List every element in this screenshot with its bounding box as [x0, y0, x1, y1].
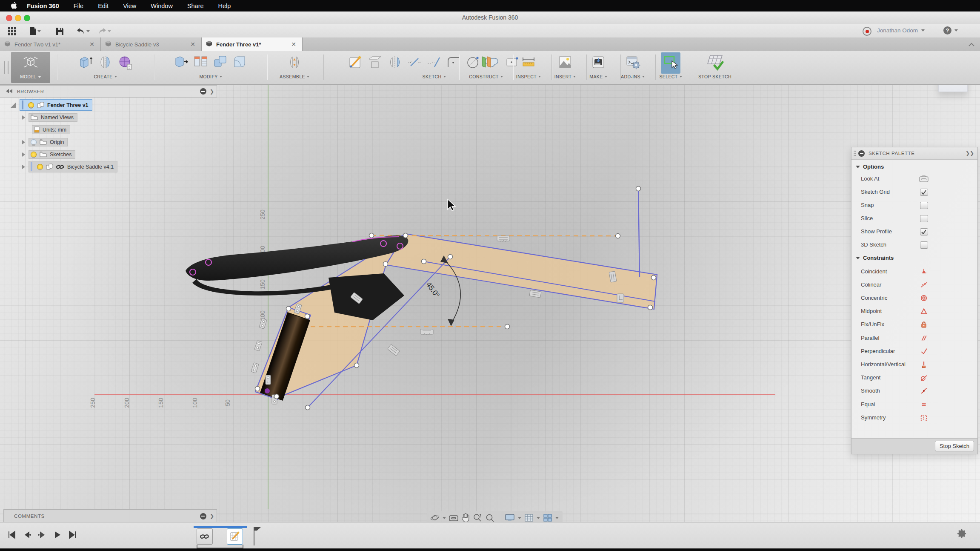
expand-arrow-icon[interactable]	[22, 140, 25, 144]
tab-fender-three[interactable]: Fender Three v1* ✕	[202, 37, 303, 51]
new-document-icon[interactable]	[28, 26, 38, 36]
visibility-bulb-icon[interactable]	[28, 102, 34, 108]
undo-caret[interactable]	[86, 30, 90, 32]
group-label-inspect[interactable]: INSPECT	[516, 74, 537, 79]
timeline-go-to-start-button[interactable]	[7, 530, 16, 541]
orbit-caret[interactable]	[443, 517, 446, 519]
browser-node-chip[interactable]: Named Views	[29, 113, 77, 122]
extrude-icon[interactable]	[77, 53, 95, 73]
menu-window[interactable]: Window	[151, 3, 173, 9]
look-at-button[interactable]	[919, 175, 929, 183]
redo-icon[interactable]	[97, 26, 107, 36]
zoom-fit-icon[interactable]	[485, 513, 494, 522]
addins-icon[interactable]	[624, 53, 642, 73]
timeline-item-linked-component[interactable]	[197, 528, 213, 545]
look-at-icon[interactable]	[449, 514, 458, 521]
panel-collapse-chevron[interactable]: ❯❯	[966, 150, 974, 156]
concentric-icon[interactable]	[919, 294, 929, 302]
browser-node-chip[interactable]: Origin	[29, 138, 68, 146]
snap-checkbox[interactable]	[920, 202, 928, 209]
project-icon[interactable]	[366, 53, 384, 73]
undo-icon[interactable]	[76, 26, 86, 36]
comments-bar[interactable]: COMMENTS ❯	[3, 509, 217, 523]
tab-close-icon[interactable]: ✕	[289, 41, 298, 48]
inspect-caret[interactable]	[538, 76, 541, 77]
expand-arrow-icon[interactable]	[22, 165, 25, 169]
browser-row-sketches[interactable]: Sketches	[22, 149, 75, 160]
group-label-sketch[interactable]: SKETCH	[423, 74, 442, 79]
fillet-icon[interactable]	[231, 53, 249, 73]
insert-image-icon[interactable]	[556, 53, 574, 73]
line-icon[interactable]	[406, 53, 423, 73]
revolve-icon[interactable]	[97, 53, 114, 73]
group-label-modify[interactable]: MODIFY	[199, 74, 217, 79]
browser-row-units[interactable]: Units: mm	[32, 124, 70, 135]
group-label-create[interactable]: CREATE	[94, 74, 112, 79]
panel-options-icon[interactable]	[200, 88, 206, 95]
group-label-insert[interactable]: INSERT	[554, 74, 572, 79]
browser-node-label[interactable]: Origin	[50, 139, 64, 145]
tangent-icon[interactable]	[919, 373, 929, 382]
toolbar-collapse-chevron[interactable]	[968, 41, 975, 49]
collapse-panel-icon[interactable]	[6, 89, 13, 95]
help-menu[interactable]: ?	[943, 26, 958, 34]
browser-node-label[interactable]: Fender Three v1	[47, 102, 89, 108]
sketch-grid-checkbox[interactable]	[920, 189, 928, 196]
menu-share[interactable]: Share	[187, 3, 204, 9]
timeline-step-back-button[interactable]	[22, 530, 31, 541]
viewports-caret[interactable]	[555, 517, 559, 519]
expand-arrow-icon[interactable]	[22, 152, 25, 157]
select-tool-icon[interactable]	[661, 52, 680, 74]
spline-icon[interactable]	[425, 53, 443, 73]
browser-node-label[interactable]: Named Views	[41, 115, 74, 121]
browser-row-origin[interactable]: Origin	[22, 137, 68, 147]
mirror-icon[interactable]	[386, 53, 404, 73]
pan-icon[interactable]	[461, 513, 470, 522]
create-form-icon[interactable]	[116, 53, 134, 73]
visibility-bulb-icon[interactable]	[31, 152, 37, 158]
insert-caret[interactable]	[573, 76, 576, 77]
timeline-go-to-end-button[interactable]	[68, 530, 77, 541]
split-body-icon[interactable]	[192, 53, 210, 73]
orbit-icon[interactable]	[430, 513, 440, 522]
colinear-icon[interactable]	[919, 281, 929, 289]
toolbar-drag-handle[interactable]	[4, 61, 9, 74]
equal-icon[interactable]	[919, 400, 929, 409]
lock-icon[interactable]	[919, 320, 929, 329]
tab-fender-two[interactable]: Fender Two v1 v1* ✕	[0, 37, 101, 51]
show-profile-checkbox[interactable]	[920, 228, 928, 235]
screen-record-button[interactable]	[863, 27, 871, 36]
construct-caret[interactable]	[500, 76, 503, 77]
redo-caret[interactable]	[108, 30, 111, 32]
new-document-caret[interactable]	[37, 30, 41, 32]
constraints-section-header[interactable]: Constraints	[856, 255, 894, 261]
browser-row-named-views[interactable]: Named Views	[22, 112, 77, 123]
browser-node-chip[interactable]: Units: mm	[32, 125, 70, 134]
help-icon[interactable]: ?	[943, 26, 951, 34]
fillet-corner-icon[interactable]	[445, 53, 463, 73]
viewports-icon[interactable]	[543, 514, 552, 522]
visibility-bulb-icon[interactable]	[37, 164, 43, 170]
display-settings-caret[interactable]	[518, 517, 521, 519]
group-label-make[interactable]: MAKE	[589, 74, 603, 79]
parallel-icon[interactable]	[919, 334, 929, 342]
panel-expand-chevron[interactable]: ❯	[210, 513, 214, 519]
panel-options-icon[interactable]	[200, 513, 206, 519]
menu-file[interactable]: File	[74, 3, 83, 9]
menu-help[interactable]: Help	[218, 3, 231, 9]
zoom-icon[interactable]	[473, 513, 482, 522]
coincident-icon[interactable]	[919, 267, 929, 276]
group-label-addins[interactable]: ADD-INS	[621, 74, 640, 79]
timeline-step-forward-button[interactable]	[37, 530, 47, 541]
addins-caret[interactable]	[642, 76, 645, 77]
press-pull-icon[interactable]	[172, 53, 190, 73]
tab-bicycle-saddle[interactable]: Bicycle Saddle v3 ✕	[101, 37, 202, 51]
apple-icon[interactable]	[11, 2, 17, 10]
slice-checkbox[interactable]	[920, 215, 928, 222]
panel-options-icon[interactable]	[858, 150, 865, 157]
workspace-selector[interactable]: MODEL	[11, 52, 50, 83]
construct-plane-icon[interactable]	[477, 53, 495, 73]
horizontal-vertical-icon[interactable]	[919, 360, 929, 369]
grid-settings-caret[interactable]	[537, 517, 540, 519]
3d-sketch-checkbox[interactable]	[920, 241, 928, 249]
